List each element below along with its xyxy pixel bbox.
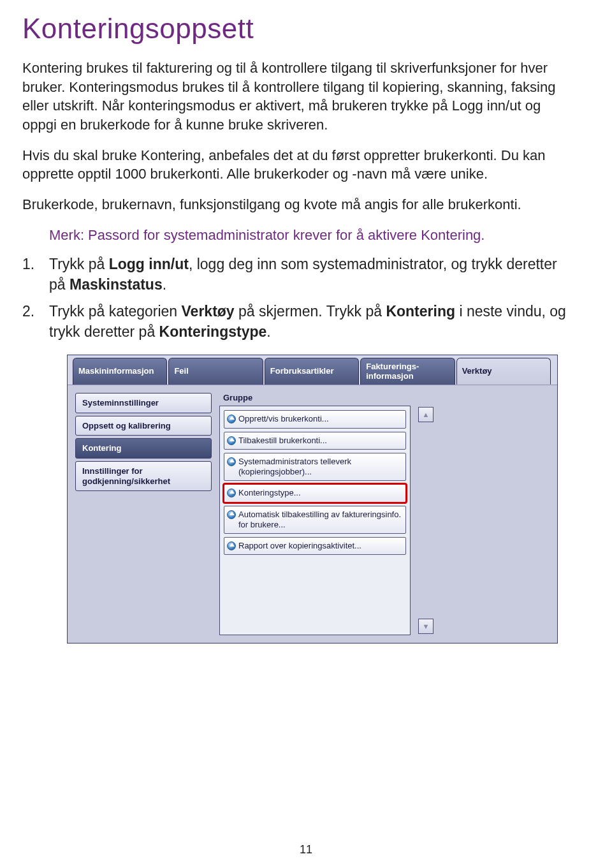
tab-maskininformasjon[interactable]: Maskininformasjon (73, 358, 167, 385)
step-number: 1. (22, 254, 34, 274)
list-item-automatisk-tilbakestilling[interactable]: Automatisk tilbakestilling av fakturerin… (224, 506, 406, 534)
panel-body: Systeminnstillinger Oppsett og kalibreri… (68, 385, 557, 643)
scrollbar: ▲ ▼ (418, 407, 433, 634)
page-title: Konteringsoppsett (22, 13, 577, 45)
step-2: 2. Trykk på kategorien Verktøy på skjerm… (22, 301, 577, 342)
list-item-label: Opprett/vis brukerkonti... (238, 414, 329, 424)
list-item-rapport-kopieringsaktivitet[interactable]: Rapport over kopieringsaktivitet... (224, 537, 406, 555)
list-item-systemadministrators-telleverk[interactable]: Systemadministrators telleverk (kopierin… (224, 453, 406, 482)
step-1: 1. Trykk på Logg inn/ut, logg deg inn so… (22, 254, 577, 295)
sidebar-item-kontering[interactable]: Kontering (75, 438, 212, 459)
group-column: Gruppe Opprett/vis brukerkonti... Tilbak… (219, 393, 411, 635)
step-text: Trykk på (49, 256, 109, 272)
sidebar: Systeminnstillinger Oppsett og kalibreri… (75, 393, 212, 635)
paragraph-3: Brukerkode, brukernavn, funksjonstilgang… (22, 195, 577, 214)
step-number: 2. (22, 301, 34, 321)
tab-bar: Maskininformasjon Feil Forbruksartikler … (68, 355, 557, 385)
page-number: 11 (0, 843, 612, 857)
list-item-label: Konteringstype... (238, 488, 301, 498)
ui-panel: Maskininformasjon Feil Forbruksartikler … (67, 355, 558, 644)
group-title: Gruppe (223, 393, 411, 402)
paragraph-1: Kontering brukes til fakturering og til … (22, 59, 577, 135)
sidebar-item-oppsett-kalibrering[interactable]: Oppsett og kalibrering (75, 416, 212, 436)
triangle-bullet-icon (227, 436, 236, 445)
step-bold: Verktøy (182, 303, 235, 320)
step-text: Trykk på kategorien (49, 303, 182, 320)
step-bold: Logg inn/ut (109, 256, 189, 272)
paragraph-2: Hvis du skal bruke Kontering, anbefales … (22, 146, 577, 184)
tab-feil[interactable]: Feil (168, 358, 263, 385)
sidebar-item-innstillinger-godkjenning[interactable]: Innstillinger for godkjenning/sikkerhet (75, 461, 212, 491)
step-bold: Konteringstype (159, 323, 267, 340)
scroll-down-button[interactable]: ▼ (418, 619, 433, 634)
list-item-label: Rapport over kopieringsaktivitet... (238, 541, 361, 551)
triangle-bullet-icon (227, 510, 236, 519)
list-item-konteringstype[interactable]: Konteringstype... (224, 484, 406, 502)
list-item-label: Tilbakestill brukerkonti... (238, 436, 327, 446)
list-item-opprett-vis-brukerkonti[interactable]: Opprett/vis brukerkonti... (224, 410, 406, 428)
tab-faktureringsinformasjon[interactable]: Fakturerings- informasjon (360, 358, 455, 385)
note-text: Merk: Passord for systemadministrator kr… (49, 226, 577, 245)
triangle-bullet-icon (227, 457, 236, 466)
triangle-bullet-icon (227, 541, 236, 550)
step-text: . (266, 323, 270, 340)
scroll-up-button[interactable]: ▲ (418, 407, 433, 422)
sidebar-item-systeminnstillinger[interactable]: Systeminnstillinger (75, 393, 212, 413)
list-item-label: Systemadministrators telleverk (kopierin… (238, 457, 402, 478)
tab-forbruksartikler[interactable]: Forbruksartikler (265, 358, 359, 385)
tab-verktoy[interactable]: Verktøy (456, 358, 551, 385)
triangle-bullet-icon (227, 415, 236, 423)
step-bold: Maskinstatus (69, 276, 163, 293)
list-item-label: Automatisk tilbakestilling av fakturerin… (238, 510, 402, 531)
step-text: på skjermen. Trykk på (235, 303, 386, 320)
list-item-tilbakestill-brukerkonti[interactable]: Tilbakestill brukerkonti... (224, 432, 406, 450)
triangle-bullet-icon (227, 489, 236, 497)
step-text: . (163, 276, 166, 293)
step-bold: Kontering (386, 303, 455, 320)
group-list: Opprett/vis brukerkonti... Tilbakestill … (219, 406, 411, 635)
